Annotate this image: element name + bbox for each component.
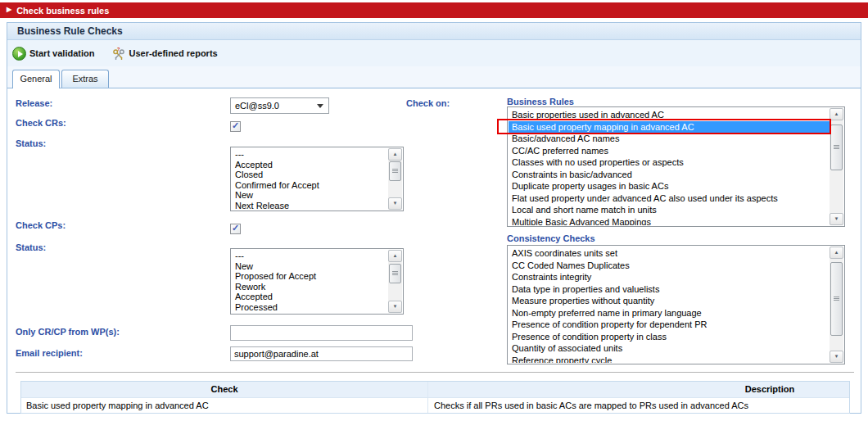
list-item[interactable]: Classes with no used properties or aspec… (509, 156, 830, 169)
list-item[interactable]: Constraints integrity (509, 271, 830, 283)
list-item[interactable]: Reference property cycle (509, 355, 830, 364)
scroll-down-icon[interactable]: ▼ (388, 301, 402, 313)
scrollbar-thumb[interactable] (830, 262, 843, 336)
release-value: eCl@ss9.0 (235, 101, 279, 111)
page: ▶ Check business rules Business Rule Che… (0, 0, 868, 421)
list-item[interactable]: Non-empty preferred name in primary lang… (509, 307, 830, 319)
list-item[interactable]: AXIS coordinates units set (509, 247, 830, 260)
check-cps-label: Check CPs: (16, 220, 66, 230)
scroll-up-icon[interactable]: ▲ (830, 108, 843, 120)
scroll-down-icon[interactable]: ▼ (830, 213, 843, 225)
check-crs-checkbox[interactable] (230, 121, 241, 132)
list-item[interactable]: --- (232, 251, 388, 261)
table-row: Basic used property mapping in advanced … (21, 397, 849, 413)
consistency-checks-items: AXIS coordinates units setCC Coded Names… (509, 247, 830, 363)
list-item[interactable]: Constraints in basic/advanced (509, 169, 830, 181)
list-item[interactable]: Quantity of associated units (509, 342, 830, 355)
list-item[interactable]: Presence of condition property in class (509, 331, 830, 343)
release-dropdown[interactable]: eCl@ss9.0 (230, 97, 329, 114)
results-table-header: Check Description (21, 382, 849, 397)
scroll-up-icon[interactable]: ▲ (830, 247, 843, 259)
scroll-up-icon[interactable]: ▲ (388, 250, 402, 262)
list-item[interactable]: CC Coded Names Duplicates (509, 260, 830, 272)
tab-strip: General Extras (7, 66, 861, 88)
breadcrumb-title: Check business rules (16, 6, 109, 16)
chevron-down-icon (317, 104, 323, 108)
list-item[interactable]: Basic used property mapping in advanced … (509, 121, 830, 134)
main-panel: Business Rule Checks Start validation (7, 22, 861, 414)
list-item[interactable]: Confirmed for Accept (232, 180, 388, 191)
scrollbar-thumb[interactable] (830, 124, 843, 170)
email-recipient-label: Email recipient: (16, 348, 83, 358)
cp-status-listbox[interactable]: ---NewProposed for AcceptReworkAcceptedP… (230, 248, 404, 315)
business-rules-items: Basic properties used in advanced ACBasi… (509, 109, 830, 225)
business-rules-listbox[interactable]: Basic properties used in advanced ACBasi… (507, 106, 845, 227)
list-item[interactable]: CC/AC preferred names (509, 145, 830, 157)
wp-input[interactable] (230, 325, 413, 341)
scrollbar[interactable]: ▲ ▼ (388, 148, 402, 210)
user-defined-reports-button[interactable]: ? User-defined reports (112, 47, 217, 60)
list-item[interactable]: Accepted (232, 292, 388, 302)
scrollbar[interactable]: ▲ ▼ (388, 250, 402, 313)
consistency-checks-listbox[interactable]: AXIS coordinates units setCC Coded Names… (507, 245, 845, 364)
scrollbar[interactable]: ▲ ▼ (830, 108, 843, 225)
list-item[interactable]: Closed (232, 170, 388, 180)
list-item[interactable]: Presence of condition property for depen… (509, 319, 830, 331)
list-item[interactable]: Duplicate property usages in basic ACs (509, 180, 830, 192)
consistency-checks-title: Consistency Checks (507, 233, 595, 243)
tab-general[interactable]: General (12, 70, 60, 88)
release-label: Release: (16, 98, 52, 108)
toolbar: Start validation ? User-defined reports (7, 40, 861, 66)
cr-status-label: Status: (16, 138, 46, 148)
list-item[interactable]: Rework (232, 282, 388, 292)
business-rules-title: Business Rules (507, 97, 574, 106)
tab-extras[interactable]: Extras (61, 70, 109, 88)
list-item[interactable]: New (232, 190, 388, 201)
list-item[interactable]: Flat used property under advanced AC als… (509, 192, 830, 205)
description-cell: Checks if all PRs used in basic ACs are … (427, 398, 849, 413)
section-divider (16, 372, 854, 373)
results-table: Check Description Basic used property ma… (20, 381, 850, 414)
list-item[interactable]: Basic properties used in advanced AC (509, 109, 830, 121)
list-item[interactable]: --- (232, 149, 388, 160)
expand-arrow-icon: ▶ (7, 6, 11, 13)
list-item[interactable]: Accepted (232, 160, 388, 170)
cp-status-label: Status: (16, 242, 46, 252)
cp-status-items: ---NewProposed for AcceptReworkAcceptedP… (232, 251, 388, 313)
keys-icon: ? (112, 47, 125, 60)
list-item[interactable]: Next Release (232, 201, 388, 210)
description-column-header: Description (427, 382, 849, 397)
list-item[interactable]: Proposed for Accept (232, 271, 388, 282)
list-item[interactable]: Processed (232, 302, 388, 313)
list-item[interactable]: Local and short name match in units (509, 204, 830, 216)
scrollbar[interactable]: ▲ ▼ (830, 247, 843, 363)
list-item[interactable]: Measure properties without quantity (509, 295, 830, 307)
cr-status-listbox[interactable]: ---AcceptedClosedConfirmed for AcceptNew… (230, 147, 404, 211)
cr-status-items: ---AcceptedClosedConfirmed for AcceptNew… (232, 149, 388, 210)
tab-content-general: Release: eCl@ss9.0 Check CRs: Status: --… (7, 88, 861, 413)
list-item[interactable]: Basic/advanced AC names (509, 133, 830, 145)
start-validation-button[interactable]: Start validation (12, 47, 94, 61)
breadcrumb-bar[interactable]: ▶ Check business rules (0, 2, 868, 18)
panel-title: Business Rule Checks (7, 23, 861, 40)
play-icon (12, 47, 26, 61)
scroll-up-icon[interactable]: ▲ (388, 148, 402, 161)
check-crs-label: Check CRs: (16, 118, 66, 128)
email-recipient-input[interactable] (230, 346, 413, 361)
scrollbar-thumb[interactable] (389, 264, 401, 283)
check-on-label: Check on: (406, 98, 450, 108)
check-cell: Basic used property mapping in advanced … (21, 398, 427, 413)
scroll-down-icon[interactable]: ▼ (830, 351, 843, 363)
start-validation-label: Start validation (29, 48, 94, 58)
wp-label: Only CR/CP from WP(s): (16, 327, 120, 337)
scrollbar-thumb[interactable] (389, 161, 401, 181)
check-column-header: Check (21, 382, 427, 397)
scroll-down-icon[interactable]: ▼ (388, 197, 402, 210)
list-item[interactable]: New (232, 261, 388, 272)
list-item[interactable]: Data type in properties and valuelists (509, 283, 830, 296)
user-defined-reports-label: User-defined reports (129, 48, 217, 58)
check-cps-checkbox[interactable] (230, 224, 241, 234)
list-item[interactable]: Multiple Basic Advanced Mappings (509, 216, 830, 226)
